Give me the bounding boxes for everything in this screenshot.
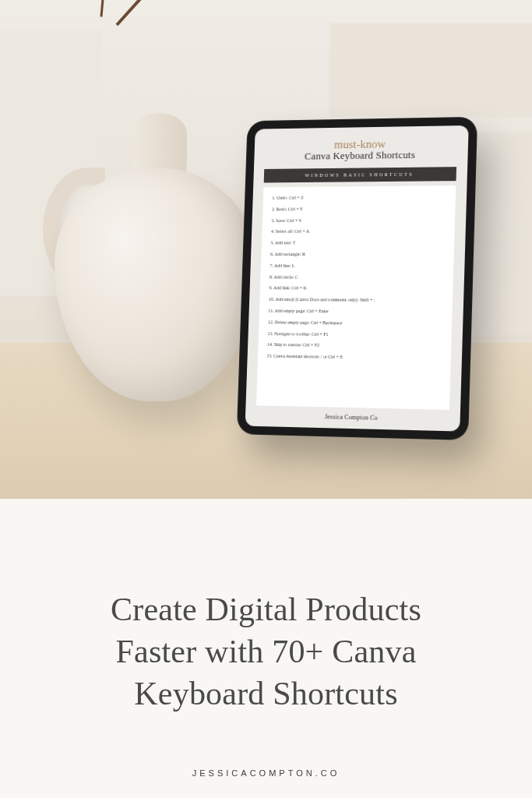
shortcut-row: 9. Add link: Ctrl + K xyxy=(269,285,443,293)
shortcut-row: 6. Add rectangle: R xyxy=(270,251,445,258)
shortcut-row: 1. Undo: Ctrl + Z xyxy=(272,193,446,202)
shortcut-row: 5. Add text: T xyxy=(270,239,445,246)
shortcut-row: 11. Add empty page: Ctrl + Enter xyxy=(268,308,442,316)
shortcut-row: 8. Add circle: C xyxy=(270,274,444,281)
shortcut-row: 7. Add line: L xyxy=(270,263,444,270)
tablet-mockup: must-know Canva Keyboard Shortcuts WINDO… xyxy=(238,118,477,440)
shortcut-row: 2. Redo: Ctrl + Y xyxy=(272,205,446,213)
shortcut-row: 3. Save: Ctrl + S xyxy=(271,217,446,224)
headline-line: Create Digital Products xyxy=(111,589,421,631)
shortcut-row: 12. Delete empty page: Ctrl + Backspace xyxy=(268,319,442,328)
shortcut-row: 10. Add emoji (Canva Docs and comments o… xyxy=(269,296,443,305)
shortcut-row: 13. Navigate to toolbar: Ctrl + F1 xyxy=(267,330,442,340)
hero-image: must-know Canva Keyboard Shortcuts WINDO… xyxy=(0,0,532,499)
site-label: JESSICACOMPTON.CO xyxy=(192,768,340,778)
shortcut-list: 1. Undo: Ctrl + Z2. Redo: Ctrl + Y3. Sav… xyxy=(256,185,456,410)
headline-line: Faster with 70+ Canva xyxy=(111,631,421,673)
shortcut-row: 4. Select all: Ctrl + A xyxy=(271,228,446,236)
branch-decor xyxy=(100,0,111,17)
vase-decor xyxy=(47,105,265,386)
headline-line: Keyboard Shortcuts xyxy=(111,673,421,715)
doc-section-bar: WINDOWS BASIC SHORTCUTS xyxy=(264,167,456,182)
text-panel: Create Digital ProductsFaster with 70+ C… xyxy=(0,499,532,798)
shortcut-row: 15. Canva Assistant shortcut: / or Ctrl … xyxy=(266,353,441,363)
shortcut-row: 14. Skip to canvas: Ctrl + F2 xyxy=(267,341,442,351)
branch-decor xyxy=(116,0,254,26)
doc-title: Canva Keyboard Shortcuts xyxy=(265,148,457,163)
headline: Create Digital ProductsFaster with 70+ C… xyxy=(111,589,421,715)
tablet-screen: must-know Canva Keyboard Shortcuts WINDO… xyxy=(245,125,469,432)
